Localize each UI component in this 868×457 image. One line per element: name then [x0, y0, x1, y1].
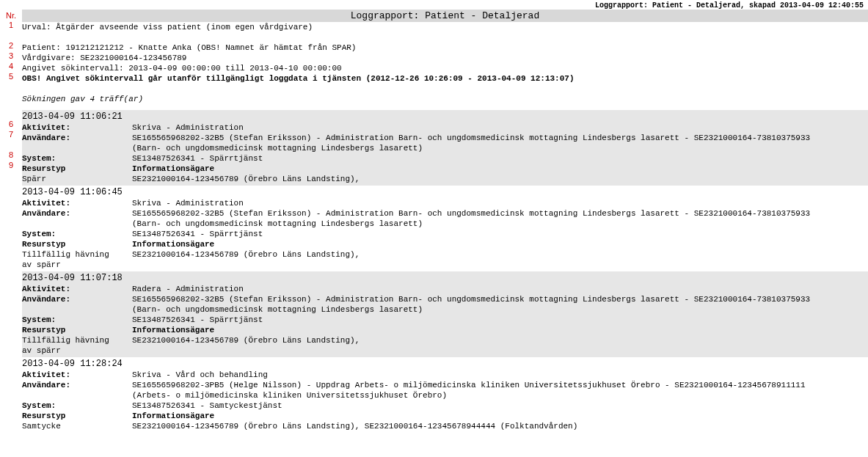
urval-line: Urval: Åtgärder avseende viss patient (i…: [22, 22, 868, 32]
report-meta: Loggrapport: Patient - Detaljerad, skapa…: [0, 0, 868, 10]
entry-timestamp: 2013-04-09 11:06:45: [22, 187, 868, 198]
nr-5: 5: [0, 71, 22, 81]
nr-6: 6: [0, 119, 22, 129]
resurs-name: Spärr: [22, 174, 132, 184]
log-entry: 2013-04-09 11:07:18 Aktivitet:Radera - A…: [22, 271, 868, 357]
result-count: Sökningen gav 4 träff(ar): [22, 94, 868, 104]
nr-1: 1: [0, 20, 22, 30]
log-entry: 2013-04-09 11:06:21 Aktivitet:Skriva - A…: [22, 110, 868, 186]
intervall-line: Angivet sökintervall: 2013-04-09 00:00:0…: [22, 63, 868, 73]
entry-timestamp: 2013-04-09 11:28:24: [22, 359, 868, 370]
vardgivare-line: Vårdgivare: SE2321000164-123456789: [22, 53, 868, 63]
nr-4: 4: [0, 61, 22, 71]
patient-line: Patient: 191212121212 - Knatte Anka (OBS…: [22, 43, 868, 53]
value-anvandare: SE165565968202-32B5 (Stefan Eriksson) - …: [132, 133, 868, 143]
entry-timestamp: 2013-04-09 11:06:21: [22, 111, 868, 123]
report-title: Loggrapport: Patient - Detaljerad: [22, 10, 868, 22]
nr-header: Nr.: [0, 10, 22, 20]
log-entry: 2013-04-09 11:28:24 Aktivitet:Skriva - V…: [22, 357, 868, 433]
resurs-value: SE2321000164-123456789 (Örebro Läns Land…: [132, 174, 868, 184]
log-entry: 2013-04-09 11:06:45 Aktivitet:Skriva - A…: [22, 186, 868, 271]
value-system: SE13487526341 - Spärrtjänst: [132, 153, 868, 164]
label-system: System:: [22, 153, 132, 164]
label-resurstyp: Resurstyp: [22, 164, 132, 174]
nr-9: 9: [0, 160, 22, 170]
label-anvandare: Användare:: [22, 133, 132, 143]
nr-3: 3: [0, 51, 22, 61]
value-anvandare-cont: (Barn- och ungdomsmedicinsk mottagning L…: [132, 143, 868, 153]
value-aktivitet: Skriva - Administration: [132, 123, 868, 133]
entry-timestamp: 2013-04-09 11:07:18: [22, 273, 868, 284]
obs-line: OBS! Angivet sökintervall går utanför ti…: [22, 73, 868, 84]
nr-2: 2: [0, 40, 22, 51]
nr-7: 7: [0, 129, 22, 139]
label-infoagare: Informationsägare: [132, 164, 868, 174]
nr-8: 8: [0, 150, 22, 160]
label-aktivitet: Aktivitet:: [22, 123, 132, 133]
annotation-column: Nr. 1 2 3 4 5 6 7 8 9: [0, 10, 22, 170]
